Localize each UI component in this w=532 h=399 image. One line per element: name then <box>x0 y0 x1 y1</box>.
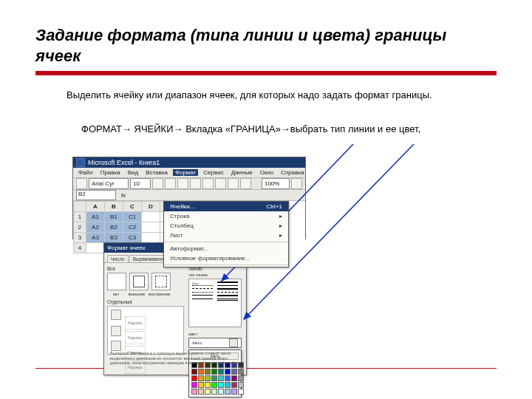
color-swatch[interactable] <box>211 375 217 381</box>
menu-сервис[interactable]: Сервис <box>201 169 225 176</box>
color-swatch[interactable] <box>205 382 211 388</box>
color-swatch[interactable] <box>191 389 197 395</box>
preset-none[interactable] <box>107 273 126 290</box>
line-style[interactable] <box>217 299 238 301</box>
line-style[interactable] <box>192 288 213 289</box>
toolbar-button[interactable] <box>240 178 251 189</box>
border-top-button[interactable] <box>111 310 121 320</box>
color-swatch[interactable] <box>205 369 211 375</box>
color-swatch[interactable] <box>238 389 244 395</box>
line-style[interactable] <box>217 288 238 290</box>
color-swatch[interactable] <box>238 369 244 375</box>
cell[interactable]: A3 <box>86 233 105 243</box>
color-swatch[interactable] <box>198 382 204 388</box>
toolbar-button[interactable] <box>291 178 302 189</box>
line-style[interactable] <box>217 295 238 296</box>
zoom-select[interactable]: 100% <box>262 178 290 189</box>
color-swatch[interactable] <box>191 382 197 388</box>
color-swatch[interactable] <box>198 389 204 395</box>
color-swatch[interactable] <box>198 369 204 375</box>
toolbar-button[interactable] <box>190 178 201 189</box>
excel-menubar[interactable]: ФайлПравкаВидВставкаФорматСервисДанныеОк… <box>73 168 305 178</box>
col-header[interactable]: D <box>142 202 160 212</box>
menu-вид[interactable]: Вид <box>126 169 140 176</box>
cell[interactable]: C3 <box>123 233 142 243</box>
line-style-list[interactable]: Нет <box>188 279 242 327</box>
dialog-tab[interactable]: Число <box>107 255 129 262</box>
border-bottom-button[interactable] <box>111 341 121 351</box>
col-header[interactable]: C <box>123 202 142 212</box>
color-swatch[interactable] <box>218 369 224 375</box>
menu-item-cells[interactable]: Ячейки... Ctrl+1 <box>164 202 288 211</box>
excel-grid[interactable]: ABCDEFGHI1A1B1C12A2B2C23A3B3C34 Ячейки..… <box>73 201 305 239</box>
line-style[interactable] <box>192 299 213 299</box>
color-swatch[interactable] <box>191 369 197 375</box>
toolbar-button[interactable] <box>152 178 163 189</box>
menu-item[interactable]: Автоформат... <box>164 244 288 253</box>
row-header[interactable]: 2 <box>74 222 86 233</box>
cell[interactable]: C1 <box>123 212 142 222</box>
preset-inside[interactable] <box>151 273 171 290</box>
menu-item[interactable]: Лист▸ <box>164 231 288 240</box>
line-style[interactable] <box>192 295 213 296</box>
menu-данные[interactable]: Данные <box>229 169 255 176</box>
color-swatch[interactable] <box>225 369 231 375</box>
row-header[interactable]: 1 <box>74 212 86 222</box>
color-swatch[interactable] <box>238 375 244 381</box>
color-swatch[interactable] <box>211 389 217 395</box>
border-hmid-button[interactable] <box>111 326 121 336</box>
color-swatch[interactable] <box>231 369 237 375</box>
cell[interactable] <box>142 233 160 243</box>
color-swatch[interactable] <box>238 382 244 388</box>
color-swatch[interactable] <box>198 375 204 381</box>
menu-item[interactable]: Столбец▸ <box>164 221 288 231</box>
color-swatch[interactable] <box>191 375 197 381</box>
font-name-select[interactable]: Arial Cyr <box>89 178 129 189</box>
menu-справка[interactable]: Справка <box>279 169 306 176</box>
menu-item[interactable]: Условное форматирование... <box>164 253 288 263</box>
toolbar-button[interactable] <box>228 178 239 189</box>
cell[interactable]: A2 <box>86 222 105 233</box>
cell[interactable] <box>142 212 160 222</box>
menu-формат[interactable]: Формат <box>173 169 198 176</box>
color-swatch[interactable] <box>205 389 211 395</box>
row-header[interactable]: 3 <box>74 233 86 243</box>
menu-item[interactable]: Строка▸ <box>164 211 288 221</box>
line-style[interactable] <box>192 285 213 286</box>
line-style[interactable] <box>217 285 238 286</box>
color-auto-select[interactable]: Авто <box>188 338 242 348</box>
toolbar-button[interactable] <box>76 178 87 189</box>
row-header[interactable]: 4 <box>74 243 86 253</box>
preset-outline[interactable] <box>129 273 149 290</box>
color-swatch[interactable] <box>225 382 231 388</box>
menu-правка[interactable]: Правка <box>98 169 123 176</box>
color-swatch[interactable] <box>225 375 231 381</box>
color-swatch[interactable] <box>231 375 237 381</box>
line-style[interactable] <box>192 292 213 293</box>
toolbar-button[interactable] <box>165 178 176 189</box>
cell[interactable] <box>142 222 160 233</box>
color-swatch[interactable] <box>218 382 224 388</box>
border-preview[interactable]: НадписьНадпись НадписьНадпись <box>107 306 184 355</box>
color-swatch[interactable] <box>231 389 237 395</box>
toolbar-button[interactable] <box>177 178 188 189</box>
cell[interactable]: B3 <box>105 233 123 243</box>
line-style[interactable] <box>217 282 238 283</box>
color-swatch[interactable] <box>218 389 224 395</box>
name-box[interactable]: B2 <box>76 190 116 200</box>
excel-toolbar[interactable]: Arial Cyr 10 100% <box>73 178 305 190</box>
color-swatch[interactable] <box>231 382 237 388</box>
col-header[interactable]: A <box>86 202 105 212</box>
line-style[interactable] <box>217 292 238 293</box>
format-menu-dropdown[interactable]: Ячейки... Ctrl+1 Строка▸Столбец▸Лист▸ Ав… <box>163 201 289 267</box>
color-swatch[interactable] <box>205 375 211 381</box>
col-header[interactable]: B <box>105 202 123 212</box>
color-swatch[interactable] <box>225 389 231 395</box>
cell[interactable]: B2 <box>105 222 123 233</box>
toolbar-button[interactable] <box>215 178 226 189</box>
menu-файл[interactable]: Файл <box>76 169 95 176</box>
cell[interactable] <box>86 243 105 253</box>
color-swatch[interactable] <box>211 369 217 375</box>
cell[interactable]: C2 <box>123 222 142 233</box>
font-size-select[interactable]: 10 <box>130 178 151 189</box>
